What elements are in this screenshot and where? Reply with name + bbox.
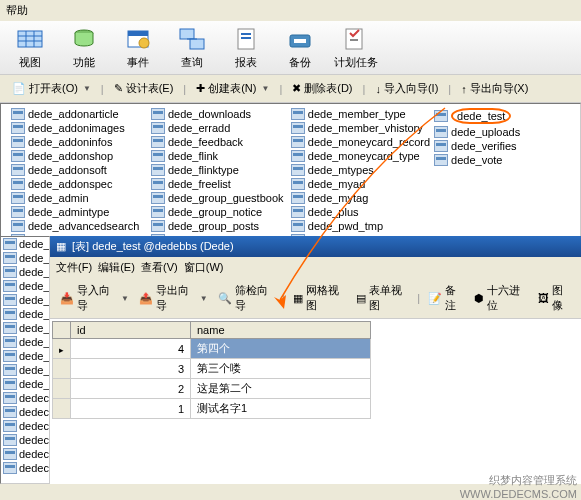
- table-item-dede_group_notice[interactable]: dede_group_notice: [149, 205, 289, 219]
- table-item[interactable]: dede_: [1, 251, 49, 265]
- table-item-dede_moneycard_record[interactable]: dede_moneycard_record: [289, 135, 432, 149]
- sub-hex-button[interactable]: ⬢十六进位: [470, 281, 531, 315]
- table-item-dede_uploads[interactable]: dede_uploads: [432, 125, 572, 139]
- tool-function[interactable]: 功能: [64, 25, 104, 70]
- menu-help[interactable]: 帮助: [6, 4, 28, 16]
- table-row[interactable]: 3第三个喽: [53, 359, 371, 379]
- cell-name[interactable]: 这是第二个: [191, 379, 371, 399]
- row-marker[interactable]: [53, 359, 71, 379]
- table-item[interactable]: dede_: [1, 321, 49, 335]
- table-item-dede_pwd_tmp[interactable]: dede_pwd_tmp: [289, 219, 432, 233]
- row-marker[interactable]: [53, 379, 71, 399]
- sub-menu-view[interactable]: 查看(V): [141, 261, 178, 273]
- tool-schedule[interactable]: 计划任务: [334, 25, 378, 70]
- svg-rect-16: [294, 39, 306, 43]
- table-item[interactable]: dede_: [1, 363, 49, 377]
- table-row[interactable]: 1测试名字1: [53, 399, 371, 419]
- table-item-dede_advancedsearch[interactable]: dede_advancedsearch: [9, 219, 149, 233]
- open-table-button[interactable]: 📄打开表(O)▼: [8, 79, 95, 98]
- data-grid[interactable]: id name 4第四个3第三个喽2这是第二个1测试名字1: [52, 321, 371, 419]
- table-row[interactable]: 2这是第二个: [53, 379, 371, 399]
- table-item-dede_plus[interactable]: dede_plus: [289, 205, 432, 219]
- table-item[interactable]: dedec: [1, 391, 49, 405]
- sub-image-button[interactable]: 🖼图像: [534, 281, 576, 315]
- sub-menu-file[interactable]: 文件(F): [56, 261, 92, 273]
- table-item-dede_admintype[interactable]: dede_admintype: [9, 205, 149, 219]
- table-item-dede_flink[interactable]: dede_flink: [149, 149, 289, 163]
- table-item[interactable]: dede_: [1, 293, 49, 307]
- tool-report[interactable]: 报表: [226, 25, 266, 70]
- cell-name[interactable]: 第四个: [191, 339, 371, 359]
- table-item-dede_addonspec[interactable]: dede_addonspec: [9, 177, 149, 191]
- sub-formview-button[interactable]: ▤表单视图: [352, 281, 413, 315]
- table-item-dede_member_type[interactable]: dede_member_type: [289, 107, 432, 121]
- cell-id[interactable]: 1: [71, 399, 191, 419]
- cell-id[interactable]: 4: [71, 339, 191, 359]
- table-item-dede_addonimages[interactable]: dede_addonimages: [9, 121, 149, 135]
- table-item-dede_verifies[interactable]: dede_verifies: [432, 139, 572, 153]
- row-marker[interactable]: [53, 339, 71, 359]
- tool-backup[interactable]: 备份: [280, 25, 320, 70]
- table-item-dede_addonsoft[interactable]: dede_addonsoft: [9, 163, 149, 177]
- table-item[interactable]: dedec: [1, 433, 49, 447]
- table-item-dede_addonarticle[interactable]: dede_addonarticle: [9, 107, 149, 121]
- sub-export-button[interactable]: 📤导出向导▼: [135, 281, 212, 315]
- sub-note-button[interactable]: 📝备注: [424, 281, 468, 315]
- design-table-button[interactable]: ✎设计表(E): [110, 79, 178, 98]
- table-item-dede_freelist[interactable]: dede_freelist: [149, 177, 289, 191]
- table-item[interactable]: dedec: [1, 447, 49, 461]
- table-item[interactable]: dede_: [1, 335, 49, 349]
- main-toolbar: 视图 功能 事件 查询 报表 备份 计划任务: [0, 21, 581, 75]
- table-item-dede_feedback[interactable]: dede_feedback: [149, 135, 289, 149]
- table-item[interactable]: dede_: [1, 377, 49, 391]
- tables-list: dede_addonarticledede_addonimagesdede_ad…: [0, 103, 581, 251]
- col-name[interactable]: name: [191, 322, 371, 339]
- col-id[interactable]: id: [71, 322, 191, 339]
- table-item[interactable]: dede_: [1, 279, 49, 293]
- table-item-dede_erradd[interactable]: dede_erradd: [149, 121, 289, 135]
- sub-gridview-button[interactable]: ▦网格视图: [289, 281, 350, 315]
- table-item-dede_admin[interactable]: dede_admin: [9, 191, 149, 205]
- sub-titlebar[interactable]: ▦ [表] dede_test @dedebbs (Dede): [50, 236, 581, 257]
- table-item[interactable]: dede_: [1, 237, 49, 251]
- sub-import-button[interactable]: 📥导入向导▼: [56, 281, 133, 315]
- sub-menu-edit[interactable]: 编辑(E): [98, 261, 135, 273]
- import-wizard-button[interactable]: ↓导入向导(I): [371, 79, 442, 98]
- table-item-dede_test[interactable]: dede_test: [432, 107, 572, 125]
- table-item-dede_group_posts[interactable]: dede_group_posts: [149, 219, 289, 233]
- cell-id[interactable]: 3: [71, 359, 191, 379]
- tool-event[interactable]: 事件: [118, 25, 158, 70]
- export-wizard-button[interactable]: ↑导出向导(X): [457, 79, 532, 98]
- row-marker[interactable]: [53, 399, 71, 419]
- cell-id[interactable]: 2: [71, 379, 191, 399]
- query-icon: [178, 25, 206, 53]
- sub-menu-window[interactable]: 窗口(W): [184, 261, 224, 273]
- table-row[interactable]: 4第四个: [53, 339, 371, 359]
- table-item-dede_group_guestbook[interactable]: dede_group_guestbook: [149, 191, 289, 205]
- create-table-button[interactable]: ✚创建表(N)▼: [192, 79, 273, 98]
- table-item-dede_addonshop[interactable]: dede_addonshop: [9, 149, 149, 163]
- table-item[interactable]: dedec: [1, 419, 49, 433]
- table-item-dede_flinktype[interactable]: dede_flinktype: [149, 163, 289, 177]
- delete-table-button[interactable]: ✖删除表(D): [288, 79, 356, 98]
- sub-filter-button[interactable]: 🔍筛检向导: [214, 281, 279, 315]
- cell-name[interactable]: 测试名字1: [191, 399, 371, 419]
- table-item[interactable]: dedec: [1, 405, 49, 419]
- table-window-icon: ▦: [56, 240, 66, 253]
- table-item-dede_member_vhistory[interactable]: dede_member_vhistory: [289, 121, 432, 135]
- table-item-dede_downloads[interactable]: dede_downloads: [149, 107, 289, 121]
- table-item-dede_addoninfos[interactable]: dede_addoninfos: [9, 135, 149, 149]
- tool-view[interactable]: 视图: [10, 25, 50, 70]
- table-item[interactable]: dede_: [1, 349, 49, 363]
- table-item-dede_mytag[interactable]: dede_mytag: [289, 191, 432, 205]
- table-icon: [151, 192, 165, 204]
- table-item-dede_vote[interactable]: dede_vote: [432, 153, 572, 167]
- table-item[interactable]: dedec: [1, 461, 49, 475]
- table-item-dede_myad[interactable]: dede_myad: [289, 177, 432, 191]
- table-item[interactable]: dede_: [1, 265, 49, 279]
- tool-query[interactable]: 查询: [172, 25, 212, 70]
- table-item-dede_moneycard_type[interactable]: dede_moneycard_type: [289, 149, 432, 163]
- table-item[interactable]: dede_: [1, 307, 49, 321]
- cell-name[interactable]: 第三个喽: [191, 359, 371, 379]
- table-item-dede_mtypes[interactable]: dede_mtypes: [289, 163, 432, 177]
